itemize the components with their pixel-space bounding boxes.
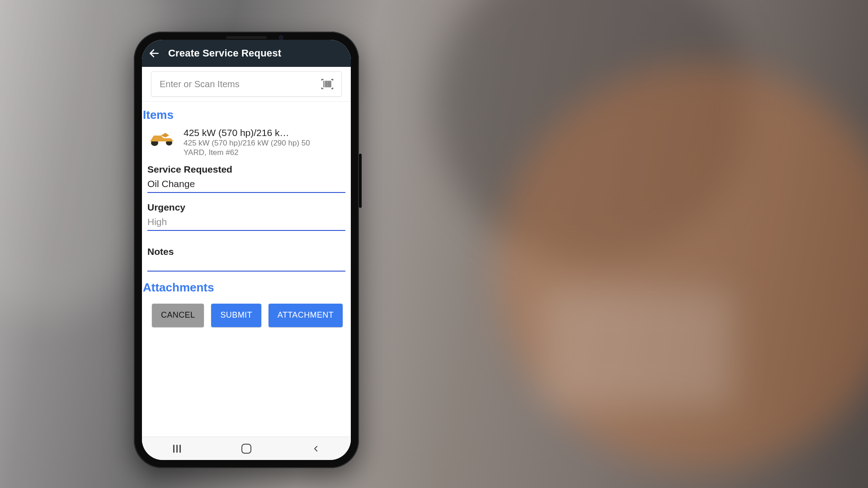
action-buttons: CANCEL SUBMIT ATTACHMENT	[142, 297, 351, 327]
form-content: Items 425 kW (570 hp)/216 k… 425	[142, 102, 351, 327]
search-input[interactable]	[160, 79, 314, 89]
page-title: Create Service Request	[168, 47, 281, 59]
back-arrow-icon[interactable]	[148, 47, 160, 59]
submit-button[interactable]: SUBMIT	[211, 304, 261, 327]
item-thumbnail	[147, 129, 175, 147]
android-navbar	[142, 436, 351, 460]
notes-input[interactable]	[147, 259, 345, 272]
item-subtitle: 425 kW (570 hp)/216 kW (290 hp) 50 YARD,…	[184, 138, 315, 158]
attachments-section-title: Attachments	[142, 277, 351, 297]
item-title: 425 kW (570 hp)/216 k…	[184, 127, 345, 138]
service-requested-input[interactable]	[147, 177, 345, 193]
nav-recent-apps-icon[interactable]	[163, 442, 190, 455]
service-requested-label: Service Requested	[147, 164, 345, 175]
barcode-scan-icon[interactable]	[320, 76, 335, 92]
nav-home-icon[interactable]	[233, 442, 260, 455]
urgency-label: Urgency	[147, 202, 345, 213]
nav-back-icon[interactable]	[302, 442, 330, 455]
app-header: Create Service Request	[142, 40, 351, 67]
notes-label: Notes	[147, 246, 345, 257]
phone-speaker	[226, 36, 267, 39]
phone-screen: Create Service Request Items	[142, 40, 351, 460]
phone-power-button	[359, 154, 362, 208]
background-shape	[542, 289, 732, 407]
phone-frame: Create Service Request Items	[134, 32, 359, 468]
phone-camera	[279, 35, 283, 40]
cancel-button[interactable]: CANCEL	[152, 304, 204, 327]
search-area	[142, 67, 351, 102]
item-row[interactable]: 425 kW (570 hp)/216 k… 425 kW (570 hp)/2…	[142, 125, 351, 161]
urgency-input[interactable]	[147, 215, 345, 231]
attachment-button[interactable]: ATTACHMENT	[269, 304, 343, 327]
items-section-title: Items	[142, 104, 351, 125]
search-box	[151, 71, 342, 97]
